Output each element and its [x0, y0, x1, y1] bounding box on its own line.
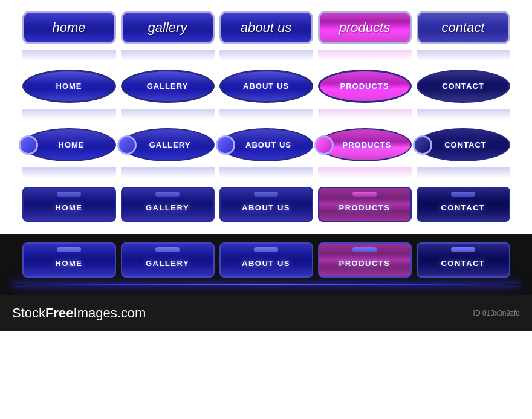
- watermark-free: Free: [45, 305, 73, 320]
- nav-home-tab-dark-label: HOME: [56, 259, 83, 268]
- white-section: home gallery about us products contact H…: [0, 0, 532, 234]
- watermark-stock: Stock: [12, 305, 45, 320]
- footer: StockFreeImages.com ID 013x3n9zfd: [0, 295, 532, 331]
- nav-gallery-script-label: gallery: [148, 20, 187, 36]
- nav-contact-tab-dark[interactable]: CONTACT: [417, 242, 510, 278]
- reflection-gallery: [121, 50, 215, 61]
- nav-gallery-script[interactable]: gallery: [121, 11, 215, 44]
- nav-gallery-tab[interactable]: GALLERY: [121, 187, 215, 222]
- gallery-tab-notch: [155, 192, 180, 197]
- nav-home-oval-accent[interactable]: HOME: [22, 128, 116, 161]
- nav-gallery-oval[interactable]: GALLERY: [121, 70, 215, 103]
- nav-contact-tab-dark-label: CONTACT: [441, 259, 485, 268]
- nav-contact-oval-accent-label: CONTACT: [444, 140, 487, 149]
- nav-about-oval[interactable]: ABOUT US: [219, 70, 313, 103]
- nav-home-tab-dark[interactable]: HOME: [22, 242, 116, 278]
- home-circle-accent: [19, 135, 38, 155]
- nav-home-oval-label: HOME: [56, 82, 82, 91]
- nav-home-oval[interactable]: HOME: [22, 70, 116, 103]
- nav-gallery-tab-dark-label: GALLERY: [146, 259, 189, 268]
- nav-products-oval[interactable]: PRODUCTS: [318, 70, 412, 103]
- products-tab-notch: [352, 192, 377, 197]
- nav-products-oval-label: PRODUCTS: [340, 82, 389, 91]
- reflection2-products: [318, 109, 412, 120]
- row-4-tabs: HOME GALLERY ABOUT US PRODUCTS CONTACT: [12, 187, 520, 222]
- reflection-home: [22, 50, 116, 61]
- nav-contact-oval[interactable]: CONTACT: [417, 70, 510, 103]
- dark-section: HOME GALLERY ABOUT US PRODUCTS CONTACT: [0, 234, 532, 295]
- reflection3-about: [219, 167, 313, 178]
- about-circle-accent: [216, 135, 235, 155]
- watermark-images: Images.com: [74, 305, 146, 320]
- nav-about-tab-dark[interactable]: ABOUT US: [219, 242, 313, 278]
- nav-contact-oval-label: CONTACT: [442, 82, 484, 91]
- glow-line: [12, 284, 520, 285]
- nav-products-tab-label: PRODUCTS: [339, 203, 391, 212]
- row-1-reflection: [12, 50, 520, 62]
- contact-tab-notch-dark: [451, 247, 475, 252]
- row-3-reflection: [12, 167, 520, 180]
- nav-products-oval-accent-label: PRODUCTS: [343, 140, 392, 149]
- reflection3-products: [318, 167, 412, 178]
- reflection-contact: [417, 50, 510, 61]
- reflection2-about: [219, 109, 313, 120]
- nav-products-tab-dark-label: PRODUCTS: [339, 259, 391, 268]
- nav-home-script-label: home: [52, 20, 85, 36]
- image-id: ID 013x3n9zfd: [473, 309, 520, 317]
- nav-products-tab-dark[interactable]: PRODUCTS: [318, 242, 412, 278]
- home-tab-notch: [57, 192, 81, 197]
- nav-contact-script[interactable]: contact: [417, 11, 510, 44]
- reflection2-contact: [417, 109, 510, 120]
- contact-tab-notch: [451, 192, 475, 197]
- contact-circle-accent: [413, 135, 432, 155]
- products-circle-accent: [314, 135, 334, 155]
- nav-products-script-label: products: [339, 20, 390, 36]
- reflection-about: [219, 50, 313, 61]
- gallery-tab-notch-dark: [155, 247, 180, 252]
- row-2-reflection: [12, 109, 520, 121]
- reflection-products: [318, 50, 412, 61]
- about-tab-notch-dark: [254, 247, 278, 252]
- nav-about-tab-dark-label: ABOUT US: [242, 259, 290, 268]
- reflection3-gallery: [121, 167, 215, 178]
- products-tab-notch-dark: [352, 247, 377, 252]
- nav-about-script-label: about us: [241, 20, 291, 36]
- reflection3-home: [22, 167, 116, 178]
- about-tab-notch: [254, 192, 278, 197]
- nav-contact-tab-label: CONTACT: [441, 203, 485, 212]
- nav-about-oval-label: ABOUT US: [243, 82, 289, 91]
- nav-gallery-tab-dark[interactable]: GALLERY: [121, 242, 215, 278]
- nav-contact-tab[interactable]: CONTACT: [417, 187, 510, 222]
- nav-home-tab[interactable]: HOME: [22, 187, 116, 222]
- nav-about-oval-accent-label: ABOUT US: [245, 140, 291, 149]
- nav-about-tab-label: ABOUT US: [242, 203, 290, 212]
- nav-contact-oval-accent[interactable]: CONTACT: [417, 128, 510, 161]
- nav-products-tab[interactable]: PRODUCTS: [318, 187, 412, 222]
- nav-gallery-oval-label: GALLERY: [147, 82, 189, 91]
- row-2-oval: HOME GALLERY ABOUT US PRODUCTS CONTACT: [12, 70, 520, 103]
- row-3-oval-accent: HOME GALLERY ABOUT US PRODUCTS CONTACT: [12, 128, 520, 161]
- nav-about-script[interactable]: about us: [219, 11, 313, 44]
- home-tab-notch-dark: [57, 247, 81, 252]
- nav-home-tab-label: HOME: [56, 203, 83, 212]
- nav-gallery-oval-accent-label: GALLERY: [149, 140, 191, 149]
- nav-home-oval-accent-label: HOME: [59, 140, 85, 149]
- nav-gallery-tab-label: GALLERY: [146, 203, 189, 212]
- nav-gallery-oval-accent[interactable]: GALLERY: [121, 128, 215, 161]
- watermark-text: StockFreeImages.com: [12, 305, 146, 321]
- nav-about-tab[interactable]: ABOUT US: [219, 187, 313, 222]
- nav-products-oval-accent[interactable]: PRODUCTS: [318, 128, 412, 161]
- nav-contact-script-label: contact: [442, 20, 485, 36]
- gallery-circle-accent: [117, 135, 137, 155]
- nav-products-script[interactable]: products: [318, 11, 412, 44]
- reflection2-gallery: [121, 109, 215, 120]
- nav-about-oval-accent[interactable]: ABOUT US: [219, 128, 313, 161]
- row-1-script: home gallery about us products contact: [12, 11, 520, 44]
- nav-home-script[interactable]: home: [22, 11, 116, 44]
- reflection3-contact: [417, 167, 510, 178]
- reflection2-home: [22, 109, 116, 120]
- row-5-tabs-dark: HOME GALLERY ABOUT US PRODUCTS CONTACT: [12, 242, 520, 278]
